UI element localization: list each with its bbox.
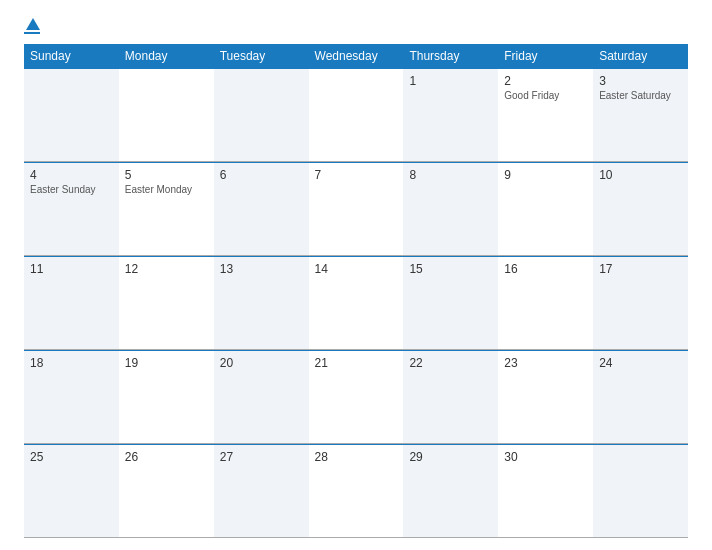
holiday-label: Easter Monday	[125, 184, 208, 195]
calendar-cell: 19	[119, 351, 214, 443]
day-number: 4	[30, 168, 113, 182]
day-number: 15	[409, 262, 492, 276]
header-day-sunday: Sunday	[24, 44, 119, 68]
day-number: 7	[315, 168, 398, 182]
header-day-thursday: Thursday	[403, 44, 498, 68]
page-header	[24, 18, 688, 34]
holiday-label: Good Friday	[504, 90, 587, 101]
header-day-saturday: Saturday	[593, 44, 688, 68]
day-number: 26	[125, 450, 208, 464]
calendar-cell: 7	[309, 163, 404, 255]
calendar-cell: 12	[119, 257, 214, 349]
calendar-cell: 5Easter Monday	[119, 163, 214, 255]
day-number: 5	[125, 168, 208, 182]
day-number: 8	[409, 168, 492, 182]
calendar-cell: 16	[498, 257, 593, 349]
day-number: 9	[504, 168, 587, 182]
day-number: 18	[30, 356, 113, 370]
holiday-label: Easter Saturday	[599, 90, 682, 101]
calendar-cell: 10	[593, 163, 688, 255]
day-number: 25	[30, 450, 113, 464]
calendar-header: SundayMondayTuesdayWednesdayThursdayFrid…	[24, 44, 688, 68]
day-number: 13	[220, 262, 303, 276]
day-number: 6	[220, 168, 303, 182]
calendar-cell: 6	[214, 163, 309, 255]
calendar-cell: 25	[24, 445, 119, 537]
day-number: 2	[504, 74, 587, 88]
day-number: 22	[409, 356, 492, 370]
calendar-week-1: 12Good Friday3Easter Saturday	[24, 68, 688, 162]
calendar-cell: 20	[214, 351, 309, 443]
day-number: 30	[504, 450, 587, 464]
day-number: 29	[409, 450, 492, 464]
calendar-cell: 18	[24, 351, 119, 443]
calendar-cell: 3Easter Saturday	[593, 69, 688, 161]
calendar-cell: 15	[403, 257, 498, 349]
day-number: 16	[504, 262, 587, 276]
day-number: 23	[504, 356, 587, 370]
calendar-cell	[119, 69, 214, 161]
day-number: 12	[125, 262, 208, 276]
day-number: 27	[220, 450, 303, 464]
calendar-cell: 24	[593, 351, 688, 443]
calendar-cell	[593, 445, 688, 537]
logo-underline	[24, 32, 40, 34]
calendar-cell: 26	[119, 445, 214, 537]
calendar-week-3: 11121314151617	[24, 256, 688, 350]
calendar-cell: 9	[498, 163, 593, 255]
calendar-cell: 17	[593, 257, 688, 349]
calendar-cell	[24, 69, 119, 161]
logo-triangle-icon	[26, 18, 40, 30]
day-number: 1	[409, 74, 492, 88]
calendar-week-4: 18192021222324	[24, 350, 688, 444]
day-number: 28	[315, 450, 398, 464]
header-day-friday: Friday	[498, 44, 593, 68]
holiday-label: Easter Sunday	[30, 184, 113, 195]
calendar-week-2: 4Easter Sunday5Easter Monday678910	[24, 162, 688, 256]
logo	[24, 18, 40, 34]
calendar-cell	[214, 69, 309, 161]
calendar-body: 12Good Friday3Easter Saturday4Easter Sun…	[24, 68, 688, 538]
header-day-wednesday: Wednesday	[309, 44, 404, 68]
header-day-monday: Monday	[119, 44, 214, 68]
calendar-cell: 29	[403, 445, 498, 537]
calendar-cell: 2Good Friday	[498, 69, 593, 161]
calendar-cell: 11	[24, 257, 119, 349]
calendar-cell: 14	[309, 257, 404, 349]
day-number: 11	[30, 262, 113, 276]
calendar-cell	[309, 69, 404, 161]
calendar-week-5: 252627282930	[24, 444, 688, 538]
calendar-cell: 22	[403, 351, 498, 443]
day-number: 21	[315, 356, 398, 370]
calendar-cell: 23	[498, 351, 593, 443]
calendar-page: SundayMondayTuesdayWednesdayThursdayFrid…	[0, 0, 712, 550]
header-day-tuesday: Tuesday	[214, 44, 309, 68]
day-number: 19	[125, 356, 208, 370]
calendar-cell: 13	[214, 257, 309, 349]
calendar: SundayMondayTuesdayWednesdayThursdayFrid…	[24, 44, 688, 538]
calendar-cell: 28	[309, 445, 404, 537]
day-number: 24	[599, 356, 682, 370]
calendar-cell: 27	[214, 445, 309, 537]
calendar-cell: 21	[309, 351, 404, 443]
day-number: 20	[220, 356, 303, 370]
day-number: 10	[599, 168, 682, 182]
calendar-cell: 30	[498, 445, 593, 537]
day-number: 17	[599, 262, 682, 276]
day-number: 3	[599, 74, 682, 88]
calendar-cell: 4Easter Sunday	[24, 163, 119, 255]
calendar-cell: 8	[403, 163, 498, 255]
calendar-cell: 1	[403, 69, 498, 161]
day-number: 14	[315, 262, 398, 276]
